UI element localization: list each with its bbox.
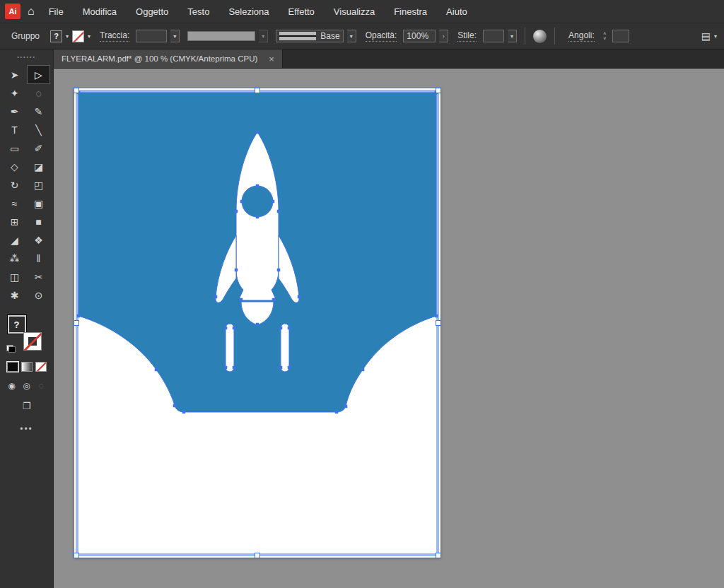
symbol-sprayer-tool[interactable]: ⁂ bbox=[4, 249, 25, 267]
draw-normal-button[interactable]: ◉ bbox=[6, 381, 18, 391]
home-icon[interactable]: ⌂ bbox=[28, 5, 35, 18]
perspective-grid-tool[interactable]: ⊞ bbox=[4, 213, 25, 230]
spinner-down-icon[interactable]: ˅ bbox=[603, 36, 606, 41]
width-profile-dropdown[interactable] bbox=[187, 31, 255, 41]
chevron-down-icon[interactable]: ▾ bbox=[714, 33, 717, 40]
anchor-point[interactable] bbox=[240, 298, 243, 302]
shaper-tool[interactable]: ◇ bbox=[4, 158, 25, 175]
menu-item-effetto[interactable]: Effetto bbox=[288, 6, 315, 17]
gradient-tool[interactable]: ■ bbox=[28, 213, 49, 230]
anchor-point[interactable] bbox=[277, 210, 281, 213]
anchor-point[interactable] bbox=[279, 366, 283, 370]
menu-item-visualizza[interactable]: Visualizza bbox=[334, 6, 375, 17]
menu-item-seleziona[interactable]: Seleziona bbox=[228, 6, 269, 17]
selection-handle[interactable] bbox=[74, 88, 79, 93]
stroke-swatch[interactable] bbox=[72, 30, 84, 42]
menu-item-file[interactable]: File bbox=[49, 6, 64, 17]
selection-handle[interactable] bbox=[436, 88, 441, 93]
opacity-field[interactable]: 100% bbox=[403, 30, 436, 42]
scale-tool[interactable]: ◰ bbox=[28, 176, 49, 194]
anchor-point[interactable] bbox=[235, 269, 238, 272]
rectangle-tool[interactable]: ▭ bbox=[4, 139, 25, 157]
stroke-weight-label[interactable]: Traccia: bbox=[100, 30, 129, 42]
style-dropdown[interactable]: ▾ bbox=[508, 30, 517, 42]
fill-swatch[interactable]: ? bbox=[50, 30, 62, 42]
magic-wand-tool[interactable]: ✦ bbox=[4, 84, 25, 102]
menu-item-oggetto[interactable]: Oggetto bbox=[136, 6, 168, 17]
anchor-point[interactable] bbox=[256, 216, 259, 219]
eraser-tool[interactable]: ◪ bbox=[28, 158, 49, 175]
none-button[interactable] bbox=[35, 362, 47, 372]
exhaust-slot-left[interactable] bbox=[226, 324, 234, 372]
pen-tool[interactable]: ✒ bbox=[4, 102, 25, 120]
corners-spinner[interactable]: ˄ ˅ bbox=[601, 31, 609, 41]
zoom-tool[interactable]: ⊙ bbox=[28, 286, 49, 304]
brush-dropdown[interactable]: Base bbox=[276, 30, 343, 42]
document-layout-icon[interactable]: ▤ bbox=[701, 30, 711, 42]
close-icon[interactable]: × bbox=[269, 54, 274, 64]
fill-indicator[interactable]: ? bbox=[8, 315, 26, 334]
anchor-point[interactable] bbox=[288, 327, 291, 330]
spinner-up-icon[interactable]: ˄ bbox=[603, 31, 606, 36]
illustrator-logo-icon[interactable]: Ai bbox=[5, 4, 21, 19]
selection-handle[interactable] bbox=[74, 321, 79, 326]
anchor-point[interactable] bbox=[344, 405, 348, 408]
selection-handle[interactable] bbox=[255, 553, 260, 558]
exhaust-slot-right[interactable] bbox=[281, 324, 289, 372]
chevron-down-icon[interactable]: ▾ bbox=[66, 33, 69, 40]
menu-item-testo[interactable]: Testo bbox=[187, 6, 209, 17]
anchor-point[interactable] bbox=[77, 314, 81, 318]
screen-mode-button[interactable]: ❐ bbox=[23, 401, 31, 411]
anchor-point[interactable] bbox=[279, 327, 283, 330]
recolor-artwork-icon[interactable] bbox=[533, 30, 547, 43]
anchor-point[interactable] bbox=[233, 327, 236, 330]
anchor-point[interactable] bbox=[182, 411, 186, 414]
width-profile-chevron-icon[interactable]: ▾ bbox=[259, 30, 268, 42]
opacity-label[interactable]: Opacità: bbox=[366, 30, 397, 42]
edit-toolbar-button[interactable]: ••• bbox=[20, 424, 33, 434]
selection-tool[interactable]: ➤ bbox=[4, 66, 25, 83]
anchor-point[interactable] bbox=[272, 298, 276, 302]
selection-handle[interactable] bbox=[436, 553, 441, 558]
canvas[interactable] bbox=[54, 69, 724, 588]
menu-item-modifica[interactable]: Modifica bbox=[83, 6, 117, 17]
anchor-point[interactable] bbox=[256, 131, 259, 134]
rocket-window[interactable] bbox=[242, 186, 273, 217]
menu-item-finestra[interactable]: Finestra bbox=[394, 6, 427, 17]
anchor-point[interactable] bbox=[224, 366, 228, 370]
anchor-point[interactable] bbox=[233, 366, 236, 370]
anchor-point[interactable] bbox=[256, 184, 259, 188]
blend-tool[interactable]: ❖ bbox=[28, 231, 49, 249]
anchor-point[interactable] bbox=[335, 411, 339, 414]
corners-field[interactable] bbox=[612, 30, 629, 42]
selection-handle[interactable] bbox=[436, 321, 441, 326]
artboard-page[interactable] bbox=[74, 88, 440, 558]
column-graph-tool[interactable]: ‖ bbox=[28, 249, 49, 267]
anchor-point[interactable] bbox=[173, 404, 177, 408]
chevron-down-icon[interactable]: ▾ bbox=[88, 33, 90, 40]
corners-label[interactable]: Angoli: bbox=[568, 30, 595, 42]
paintbrush-tool[interactable]: ✐ bbox=[28, 139, 49, 157]
default-fill-stroke-icon[interactable] bbox=[6, 345, 16, 353]
gradient-button[interactable] bbox=[21, 362, 33, 372]
type-tool[interactable]: T bbox=[4, 121, 25, 139]
rotate-tool[interactable]: ↻ bbox=[4, 176, 25, 194]
stroke-indicator[interactable] bbox=[23, 332, 42, 351]
width-tool[interactable]: ≈ bbox=[4, 194, 25, 212]
opacity-panel-button[interactable]: › bbox=[439, 30, 448, 42]
anchor-point[interactable] bbox=[361, 368, 365, 372]
curvature-tool[interactable]: ✎ bbox=[28, 102, 49, 120]
draw-inside-button[interactable]: ◌ bbox=[36, 381, 47, 391]
anchor-point[interactable] bbox=[277, 269, 281, 272]
anchor-point[interactable] bbox=[235, 210, 238, 213]
artboard-tool[interactable]: ◫ bbox=[4, 268, 25, 286]
stroke-weight-dropdown[interactable]: ▾ bbox=[170, 30, 180, 42]
draw-behind-button[interactable]: ◎ bbox=[21, 381, 33, 391]
selection-handle[interactable] bbox=[255, 88, 260, 93]
lasso-tool[interactable]: ◌ bbox=[28, 84, 49, 102]
anchor-point[interactable] bbox=[298, 295, 301, 299]
anchor-point[interactable] bbox=[214, 295, 218, 299]
selection-handle[interactable] bbox=[74, 553, 79, 558]
anchor-point[interactable] bbox=[272, 200, 275, 204]
brush-chevron-icon[interactable]: ▾ bbox=[347, 30, 356, 42]
